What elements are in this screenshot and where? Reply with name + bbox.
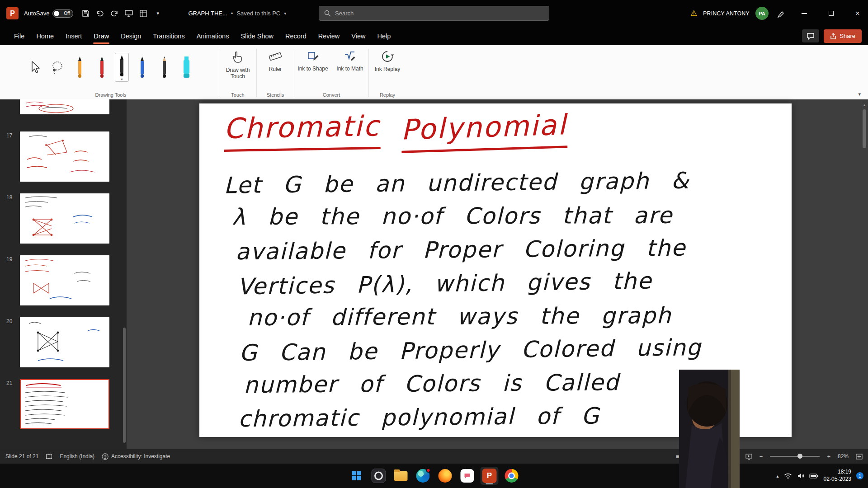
panel-scrollbar-thumb[interactable] (123, 328, 126, 443)
save-status: Saved to this PC (236, 10, 280, 17)
zoom-in-button[interactable]: + (827, 454, 830, 460)
firefox-button[interactable] (436, 467, 454, 485)
slideshow-view-icon[interactable] (745, 454, 752, 460)
language-indicator[interactable]: English (India) (60, 453, 94, 460)
zoom-slider[interactable] (770, 456, 820, 457)
lasso-select-tool[interactable] (48, 61, 66, 74)
volume-icon[interactable] (797, 473, 804, 479)
slide-thumbnail-partial[interactable] (20, 99, 109, 114)
wifi-icon[interactable] (784, 473, 792, 479)
canvas-scrollbar-thumb[interactable] (863, 109, 866, 148)
battery-icon[interactable] (809, 474, 819, 479)
ink-replay-button[interactable]: Ink Replay (369, 45, 406, 72)
chat-app-button[interactable] (458, 467, 476, 485)
accessibility-icon (102, 453, 108, 460)
hidden-icons-chevron-icon[interactable]: ▴ (777, 474, 779, 479)
draw-with-touch-button[interactable]: Draw with Touch (219, 45, 256, 80)
qat-customize-icon[interactable]: ▾ (151, 7, 165, 20)
avatar[interactable]: PA (755, 7, 769, 20)
convert-buttons: Ink to Shape Ink to Math (294, 45, 368, 72)
canvas-scrollbar[interactable]: ▴ (862, 102, 867, 440)
redo-icon[interactable] (108, 7, 121, 20)
pen-red-icon[interactable] (93, 56, 111, 79)
tab-view[interactable]: View (345, 27, 371, 45)
group-convert: Ink to Shape Ink to Math Convert (294, 45, 368, 99)
edge-browser-button[interactable] (414, 467, 432, 485)
pen-orange-icon[interactable] (71, 56, 89, 79)
proofing-book-icon[interactable] (46, 454, 52, 460)
slide-thumbnail-18[interactable] (20, 193, 109, 244)
select-tool[interactable] (26, 61, 44, 74)
slide-thumbnail-21-selected[interactable] (20, 379, 109, 429)
clock-time: 18:19 (824, 469, 851, 476)
tab-file[interactable]: File (8, 27, 30, 45)
comments-button[interactable] (802, 29, 819, 42)
slide-thumbnail-19[interactable] (20, 255, 109, 305)
zoom-level[interactable]: 82% (838, 453, 849, 460)
ink-replay-icon (381, 50, 394, 63)
fit-slide-icon[interactable] (856, 454, 863, 460)
drawing-tools-row: ▾ (19, 45, 203, 89)
search-input[interactable] (335, 10, 544, 17)
draw-with-touch-label: Draw with Touch (219, 67, 256, 80)
minimize-button[interactable] (794, 0, 815, 27)
autosave-switch[interactable]: Off (52, 9, 73, 18)
zoom-slider-knob[interactable] (797, 454, 802, 459)
tab-design[interactable]: Design (115, 27, 147, 45)
scroll-up-icon[interactable]: ▴ (862, 102, 867, 108)
share-button[interactable]: Share (824, 29, 862, 43)
highlighter-cyan-icon[interactable] (177, 56, 195, 79)
present-to-display-icon[interactable] (122, 7, 136, 20)
presenter-video (679, 370, 740, 488)
autosave-toggle[interactable]: AutoSave Off (24, 9, 73, 18)
powerpoint-taskbar-button[interactable]: P (481, 467, 499, 485)
close-button[interactable]: × (847, 0, 868, 27)
pencil-black-icon[interactable] (155, 56, 173, 79)
pen-blue-icon[interactable] (133, 56, 151, 79)
save-icon[interactable] (79, 7, 92, 20)
ink-to-math-button[interactable]: Ink to Math (331, 45, 368, 72)
maximize-button[interactable] (821, 0, 841, 27)
taskbar-clock[interactable]: 18:19 02-05-2023 (824, 469, 851, 483)
slide-indicator[interactable]: Slide 21 of 21 (5, 453, 38, 460)
tab-slide-show[interactable]: Slide Show (235, 27, 279, 45)
start-button[interactable] (348, 467, 366, 485)
slide-thumbnail-20[interactable] (20, 317, 109, 367)
ink-pen-icon[interactable] (774, 7, 788, 20)
notification-count-badge[interactable]: 1 (856, 472, 863, 479)
camera-app-button[interactable] (370, 467, 388, 485)
pen-black-selected[interactable]: ▾ (115, 53, 129, 82)
tab-help[interactable]: Help (371, 27, 396, 45)
tab-animations[interactable]: Animations (191, 27, 235, 45)
powerpoint-app-icon[interactable]: P (6, 7, 19, 19)
ruler-button[interactable]: Ruler (257, 45, 294, 72)
chrome-button[interactable] (503, 467, 521, 485)
group-label-touch: Touch (219, 92, 256, 98)
tab-draw[interactable]: Draw (88, 27, 115, 45)
tab-record[interactable]: Record (279, 27, 312, 45)
share-icon (830, 33, 836, 39)
user-name[interactable]: PRINCY ANTONY (703, 10, 750, 17)
separator-dot: • (231, 10, 233, 17)
ink-to-shape-button[interactable]: Ink to Shape (294, 45, 331, 72)
search-box[interactable] (319, 6, 549, 21)
tab-review[interactable]: Review (312, 27, 346, 45)
tab-transitions[interactable]: Transitions (147, 27, 190, 45)
undo-icon[interactable] (93, 7, 107, 20)
warning-triangle-icon[interactable]: ⚠ (690, 9, 697, 17)
collapse-ribbon-icon[interactable]: ▾ (858, 91, 861, 97)
title-word-2: Polynomial (400, 108, 567, 153)
file-explorer-button[interactable] (392, 467, 410, 485)
zoom-out-button[interactable]: − (760, 454, 763, 460)
tab-home[interactable]: Home (30, 27, 60, 45)
document-title[interactable]: GRAPH THE... • Saved to this PC ▾ (188, 10, 286, 17)
accessibility-status[interactable]: Accessibility: Investigate (102, 453, 170, 460)
slide-thumbnail-17[interactable] (20, 131, 109, 182)
ink-replay-label: Ink Replay (375, 66, 401, 72)
pen-options-chevron-icon[interactable]: ▾ (121, 77, 123, 81)
tab-insert[interactable]: Insert (60, 27, 88, 45)
minimize-icon (802, 13, 807, 14)
ruler-icon (268, 50, 283, 63)
title-word-1: Chromatic (223, 109, 380, 152)
touch-mouse-mode-icon[interactable] (137, 7, 150, 20)
